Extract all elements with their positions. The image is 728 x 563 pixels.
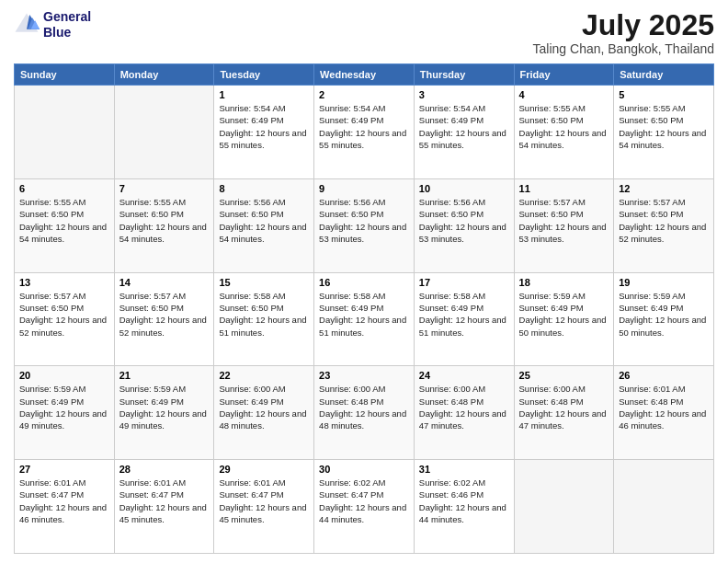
day-info: Sunrise: 5:56 AM Sunset: 6:50 PM Dayligh… bbox=[219, 196, 309, 245]
calendar-week-row: 1Sunrise: 5:54 AM Sunset: 6:49 PM Daylig… bbox=[15, 86, 714, 179]
calendar-table: Sunday Monday Tuesday Wednesday Thursday… bbox=[14, 63, 714, 554]
calendar-cell: 16Sunrise: 5:58 AM Sunset: 6:49 PM Dayli… bbox=[314, 272, 415, 366]
col-sunday: Sunday bbox=[15, 64, 115, 86]
day-number: 13 bbox=[19, 277, 109, 288]
day-number: 10 bbox=[419, 183, 509, 194]
calendar-cell: 29Sunrise: 6:01 AM Sunset: 6:47 PM Dayli… bbox=[214, 460, 314, 554]
calendar-cell: 10Sunrise: 5:56 AM Sunset: 6:50 PM Dayli… bbox=[414, 178, 514, 272]
day-info: Sunrise: 5:55 AM Sunset: 6:50 PM Dayligh… bbox=[519, 102, 609, 151]
day-info: Sunrise: 6:02 AM Sunset: 6:47 PM Dayligh… bbox=[319, 477, 409, 525]
calendar-cell: 9Sunrise: 5:56 AM Sunset: 6:50 PM Daylig… bbox=[314, 178, 415, 272]
day-number: 29 bbox=[219, 464, 309, 475]
calendar-cell: 1Sunrise: 5:54 AM Sunset: 6:49 PM Daylig… bbox=[214, 86, 314, 179]
day-number: 8 bbox=[219, 183, 309, 194]
day-number: 19 bbox=[619, 277, 709, 288]
day-number: 22 bbox=[219, 370, 309, 381]
day-info: Sunrise: 6:00 AM Sunset: 6:48 PM Dayligh… bbox=[319, 383, 409, 431]
calendar-cell bbox=[15, 86, 115, 179]
day-number: 25 bbox=[519, 370, 609, 381]
calendar-cell: 28Sunrise: 6:01 AM Sunset: 6:47 PM Dayli… bbox=[114, 460, 214, 554]
day-number: 4 bbox=[519, 89, 609, 100]
calendar-cell: 3Sunrise: 5:54 AM Sunset: 6:49 PM Daylig… bbox=[414, 86, 514, 179]
day-info: Sunrise: 5:54 AM Sunset: 6:49 PM Dayligh… bbox=[319, 102, 409, 151]
day-number: 17 bbox=[419, 277, 509, 288]
day-info: Sunrise: 6:01 AM Sunset: 6:47 PM Dayligh… bbox=[219, 477, 309, 525]
logo-text: General Blue bbox=[43, 9, 91, 40]
day-number: 18 bbox=[519, 277, 609, 288]
day-number: 11 bbox=[519, 183, 609, 194]
calendar-cell: 23Sunrise: 6:00 AM Sunset: 6:48 PM Dayli… bbox=[314, 366, 415, 460]
logo: General Blue bbox=[14, 9, 91, 40]
calendar-week-row: 27Sunrise: 6:01 AM Sunset: 6:47 PM Dayli… bbox=[15, 460, 714, 554]
day-info: Sunrise: 6:02 AM Sunset: 6:46 PM Dayligh… bbox=[419, 477, 509, 525]
calendar-cell: 24Sunrise: 6:00 AM Sunset: 6:48 PM Dayli… bbox=[414, 366, 514, 460]
calendar-cell: 22Sunrise: 6:00 AM Sunset: 6:49 PM Dayli… bbox=[214, 366, 314, 460]
day-info: Sunrise: 5:55 AM Sunset: 6:50 PM Dayligh… bbox=[119, 196, 210, 245]
calendar-cell bbox=[614, 460, 714, 554]
title-block: July 2025 Taling Chan, Bangkok, Thailand bbox=[533, 9, 714, 56]
calendar-cell: 2Sunrise: 5:54 AM Sunset: 6:49 PM Daylig… bbox=[314, 86, 415, 179]
day-info: Sunrise: 5:59 AM Sunset: 6:49 PM Dayligh… bbox=[519, 290, 609, 339]
logo-icon bbox=[14, 12, 40, 38]
calendar-cell: 13Sunrise: 5:57 AM Sunset: 6:50 PM Dayli… bbox=[15, 272, 115, 366]
col-tuesday: Tuesday bbox=[214, 64, 314, 86]
col-monday: Monday bbox=[114, 64, 214, 86]
calendar-cell: 25Sunrise: 6:00 AM Sunset: 6:48 PM Dayli… bbox=[514, 366, 614, 460]
day-info: Sunrise: 5:55 AM Sunset: 6:50 PM Dayligh… bbox=[619, 102, 709, 151]
col-friday: Friday bbox=[514, 64, 614, 86]
calendar-week-row: 6Sunrise: 5:55 AM Sunset: 6:50 PM Daylig… bbox=[15, 178, 714, 272]
day-number: 9 bbox=[319, 183, 409, 194]
day-number: 31 bbox=[419, 464, 509, 475]
calendar-cell: 26Sunrise: 6:01 AM Sunset: 6:48 PM Dayli… bbox=[614, 366, 714, 460]
day-number: 26 bbox=[619, 370, 709, 381]
calendar-cell: 19Sunrise: 5:59 AM Sunset: 6:49 PM Dayli… bbox=[614, 272, 714, 366]
calendar-cell: 15Sunrise: 5:58 AM Sunset: 6:50 PM Dayli… bbox=[214, 272, 314, 366]
calendar-cell: 14Sunrise: 5:57 AM Sunset: 6:50 PM Dayli… bbox=[114, 272, 214, 366]
day-info: Sunrise: 5:55 AM Sunset: 6:50 PM Dayligh… bbox=[19, 196, 109, 245]
col-saturday: Saturday bbox=[614, 64, 714, 86]
header: General Blue July 2025 Taling Chan, Bang… bbox=[14, 9, 714, 56]
calendar-week-row: 13Sunrise: 5:57 AM Sunset: 6:50 PM Dayli… bbox=[15, 272, 714, 366]
day-info: Sunrise: 5:58 AM Sunset: 6:49 PM Dayligh… bbox=[419, 290, 509, 339]
day-number: 16 bbox=[319, 277, 409, 288]
calendar-cell bbox=[114, 86, 214, 179]
day-number: 12 bbox=[619, 183, 709, 194]
day-info: Sunrise: 6:01 AM Sunset: 6:47 PM Dayligh… bbox=[119, 477, 210, 525]
day-info: Sunrise: 5:57 AM Sunset: 6:50 PM Dayligh… bbox=[619, 196, 709, 245]
calendar-cell: 12Sunrise: 5:57 AM Sunset: 6:50 PM Dayli… bbox=[614, 178, 714, 272]
calendar-cell: 30Sunrise: 6:02 AM Sunset: 6:47 PM Dayli… bbox=[314, 460, 415, 554]
day-info: Sunrise: 5:59 AM Sunset: 6:49 PM Dayligh… bbox=[19, 383, 109, 431]
calendar-cell: 11Sunrise: 5:57 AM Sunset: 6:50 PM Dayli… bbox=[514, 178, 614, 272]
day-info: Sunrise: 6:01 AM Sunset: 6:48 PM Dayligh… bbox=[619, 383, 709, 431]
day-number: 23 bbox=[319, 370, 409, 381]
day-number: 5 bbox=[619, 89, 709, 100]
col-thursday: Thursday bbox=[414, 64, 514, 86]
day-info: Sunrise: 5:59 AM Sunset: 6:49 PM Dayligh… bbox=[619, 290, 709, 339]
calendar-cell bbox=[514, 460, 614, 554]
day-number: 28 bbox=[119, 464, 210, 475]
calendar-cell: 21Sunrise: 5:59 AM Sunset: 6:49 PM Dayli… bbox=[114, 366, 214, 460]
page: General Blue July 2025 Taling Chan, Bang… bbox=[0, 0, 728, 563]
calendar-week-row: 20Sunrise: 5:59 AM Sunset: 6:49 PM Dayli… bbox=[15, 366, 714, 460]
day-number: 15 bbox=[219, 277, 309, 288]
main-title: July 2025 bbox=[533, 9, 714, 41]
calendar-cell: 5Sunrise: 5:55 AM Sunset: 6:50 PM Daylig… bbox=[614, 86, 714, 179]
day-number: 2 bbox=[319, 89, 409, 100]
day-info: Sunrise: 5:56 AM Sunset: 6:50 PM Dayligh… bbox=[319, 196, 409, 245]
calendar-header-row: Sunday Monday Tuesday Wednesday Thursday… bbox=[15, 64, 714, 86]
day-info: Sunrise: 6:00 AM Sunset: 6:49 PM Dayligh… bbox=[219, 383, 309, 431]
col-wednesday: Wednesday bbox=[314, 64, 415, 86]
day-number: 27 bbox=[19, 464, 109, 475]
day-number: 21 bbox=[119, 370, 210, 381]
day-info: Sunrise: 6:01 AM Sunset: 6:47 PM Dayligh… bbox=[19, 477, 109, 525]
day-number: 24 bbox=[419, 370, 509, 381]
day-info: Sunrise: 5:54 AM Sunset: 6:49 PM Dayligh… bbox=[219, 102, 309, 151]
calendar-cell: 18Sunrise: 5:59 AM Sunset: 6:49 PM Dayli… bbox=[514, 272, 614, 366]
calendar-cell: 20Sunrise: 5:59 AM Sunset: 6:49 PM Dayli… bbox=[15, 366, 115, 460]
day-number: 1 bbox=[219, 89, 309, 100]
day-info: Sunrise: 5:54 AM Sunset: 6:49 PM Dayligh… bbox=[419, 102, 509, 151]
calendar-cell: 4Sunrise: 5:55 AM Sunset: 6:50 PM Daylig… bbox=[514, 86, 614, 179]
day-info: Sunrise: 5:58 AM Sunset: 6:50 PM Dayligh… bbox=[219, 290, 309, 339]
day-info: Sunrise: 6:00 AM Sunset: 6:48 PM Dayligh… bbox=[519, 383, 609, 431]
day-info: Sunrise: 5:59 AM Sunset: 6:49 PM Dayligh… bbox=[119, 383, 210, 431]
